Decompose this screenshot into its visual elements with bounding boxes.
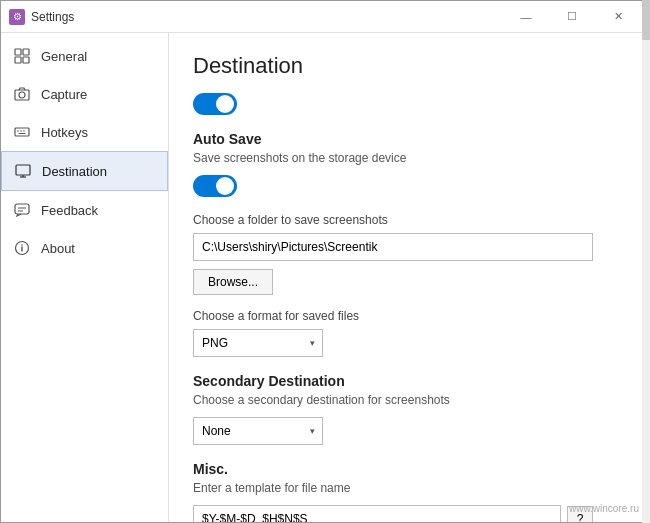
svg-point-19 [21,244,23,246]
svg-rect-0 [15,49,21,55]
sidebar-item-capture[interactable]: Capture [1,75,168,113]
chat-icon [13,201,31,219]
watermark: www.wincore.ru [569,503,639,514]
svg-point-5 [19,92,25,98]
info-icon [13,239,31,257]
misc-desc: Enter a template for file name [193,481,625,495]
svg-rect-11 [16,165,30,175]
sidebar-item-hotkeys[interactable]: Hotkeys [1,113,168,151]
main-content: Destination Auto Save Save screenshots o… [169,33,649,522]
camera-icon [13,85,31,103]
grid-icon [13,47,31,65]
title-bar: ⚙ Settings — ☐ ✕ [1,1,649,33]
monitor-icon [14,162,32,180]
svg-rect-3 [23,57,29,63]
svg-rect-1 [23,49,29,55]
sidebar-label-feedback: Feedback [41,203,98,218]
misc-row: ? [193,505,593,522]
template-input[interactable] [193,505,561,522]
window-content: General Capture [1,33,649,522]
scrollbar-thumb[interactable] [642,33,649,40]
window-controls: — ☐ ✕ [503,1,641,33]
secondary-select[interactable]: None Clipboard Email [193,417,323,445]
browse-button[interactable]: Browse... [193,269,273,295]
folder-label: Choose a folder to save screenshots [193,213,625,227]
svg-rect-6 [15,128,29,136]
sidebar-label-capture: Capture [41,87,87,102]
sidebar-label-about: About [41,241,75,256]
secondary-select-wrap: None Clipboard Email ▾ [193,417,323,445]
maximize-button[interactable]: ☐ [549,1,595,33]
svg-rect-2 [15,57,21,63]
svg-rect-14 [15,204,29,214]
format-select[interactable]: PNG JPG BMP GIF [193,329,323,357]
page-title: Destination [193,53,625,79]
scrollbar-track[interactable] [642,33,649,522]
secondary-dest-title: Secondary Destination [193,373,625,389]
sidebar: General Capture [1,33,169,522]
sidebar-item-feedback[interactable]: Feedback [1,191,168,229]
sidebar-item-destination[interactable]: Destination [1,151,168,191]
app-icon: ⚙ [9,9,25,25]
sidebar-item-general[interactable]: General [1,37,168,75]
secondary-dest-desc: Choose a secondary destination for scree… [193,393,625,407]
misc-title: Misc. [193,461,625,477]
close-button[interactable]: ✕ [595,1,641,33]
sidebar-label-general: General [41,49,87,64]
folder-input[interactable] [193,233,593,261]
sidebar-label-hotkeys: Hotkeys [41,125,88,140]
window-title: Settings [31,10,503,24]
sidebar-item-about[interactable]: About [1,229,168,267]
auto-save-title: Auto Save [193,131,625,147]
keyboard-icon [13,123,31,141]
settings-window: ⚙ Settings — ☐ ✕ General [0,0,650,523]
sidebar-label-destination: Destination [42,164,107,179]
format-select-wrap: PNG JPG BMP GIF ▾ [193,329,323,357]
format-label: Choose a format for saved files [193,309,625,323]
minimize-button[interactable]: — [503,1,549,33]
auto-save-desc: Save screenshots on the storage device [193,151,625,165]
main-toggle[interactable] [193,93,237,115]
auto-save-toggle[interactable] [193,175,237,197]
